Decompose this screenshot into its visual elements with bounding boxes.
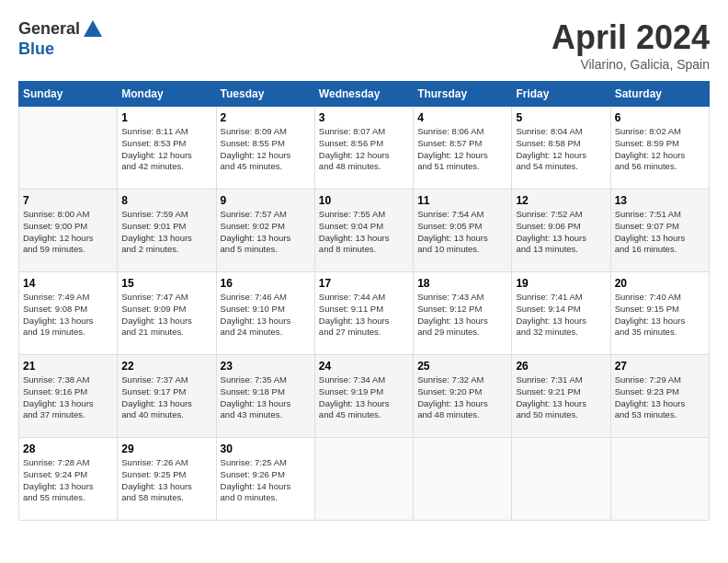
day-number: 26 (516, 360, 606, 373)
cell-info: Sunrise: 8:06 AM Sunset: 8:57 PM Dayligh… (417, 126, 507, 173)
cell-info: Sunrise: 7:59 AM Sunset: 9:01 PM Dayligh… (121, 209, 211, 256)
cell-info: Sunrise: 7:38 AM Sunset: 9:16 PM Dayligh… (23, 374, 113, 421)
week-row-3: 14Sunrise: 7:49 AM Sunset: 9:08 PM Dayli… (19, 272, 710, 355)
calendar-cell: 27Sunrise: 7:29 AM Sunset: 9:23 PM Dayli… (610, 355, 709, 438)
cell-info: Sunrise: 7:57 AM Sunset: 9:02 PM Dayligh… (221, 209, 311, 256)
day-number: 8 (121, 194, 211, 207)
calendar-cell: 14Sunrise: 7:49 AM Sunset: 9:08 PM Dayli… (19, 272, 118, 355)
week-row-5: 28Sunrise: 7:28 AM Sunset: 9:24 PM Dayli… (19, 438, 710, 521)
calendar-cell: 4Sunrise: 8:06 AM Sunset: 8:57 PM Daylig… (414, 107, 512, 190)
title-area: April 2024 Vilarino, Galicia, Spain (552, 18, 710, 72)
day-number: 25 (417, 360, 507, 373)
calendar-table: Sunday Monday Tuesday Wednesday Thursday… (18, 81, 710, 521)
cell-info: Sunrise: 7:31 AM Sunset: 9:21 PM Dayligh… (516, 374, 606, 421)
day-number: 10 (319, 194, 409, 207)
day-number: 7 (23, 194, 113, 207)
calendar-cell (512, 438, 610, 521)
cell-info: Sunrise: 7:41 AM Sunset: 9:14 PM Dayligh… (516, 292, 606, 339)
calendar-cell: 11Sunrise: 7:54 AM Sunset: 9:05 PM Dayli… (414, 190, 512, 272)
cell-info: Sunrise: 7:26 AM Sunset: 9:25 PM Dayligh… (121, 457, 211, 504)
day-number: 16 (221, 277, 311, 290)
cell-info: Sunrise: 8:02 AM Sunset: 8:59 PM Dayligh… (615, 126, 705, 173)
col-wednesday: Wednesday (314, 82, 413, 107)
cell-info: Sunrise: 8:04 AM Sunset: 8:58 PM Dayligh… (516, 126, 606, 173)
cell-info: Sunrise: 7:32 AM Sunset: 9:20 PM Dayligh… (417, 374, 507, 421)
calendar-cell: 29Sunrise: 7:26 AM Sunset: 9:25 PM Dayli… (118, 438, 216, 521)
calendar-cell: 22Sunrise: 7:37 AM Sunset: 9:17 PM Dayli… (118, 355, 216, 438)
cell-info: Sunrise: 7:40 AM Sunset: 9:15 PM Dayligh… (615, 292, 705, 339)
calendar-cell: 10Sunrise: 7:55 AM Sunset: 9:04 PM Dayli… (314, 190, 413, 272)
day-number: 28 (23, 442, 113, 455)
calendar-cell: 13Sunrise: 7:51 AM Sunset: 9:07 PM Dayli… (610, 190, 709, 272)
cell-info: Sunrise: 7:28 AM Sunset: 9:24 PM Dayligh… (23, 457, 113, 504)
calendar-cell: 5Sunrise: 8:04 AM Sunset: 8:58 PM Daylig… (512, 107, 610, 190)
day-number: 6 (615, 111, 705, 124)
svg-marker-0 (84, 20, 102, 37)
calendar-cell: 24Sunrise: 7:34 AM Sunset: 9:19 PM Dayli… (314, 355, 413, 438)
cell-info: Sunrise: 8:11 AM Sunset: 8:53 PM Dayligh… (121, 126, 211, 173)
calendar-cell: 12Sunrise: 7:52 AM Sunset: 9:06 PM Dayli… (512, 190, 610, 272)
calendar-cell: 6Sunrise: 8:02 AM Sunset: 8:59 PM Daylig… (610, 107, 709, 190)
calendar-cell: 28Sunrise: 7:28 AM Sunset: 9:24 PM Dayli… (19, 438, 118, 521)
logo-general-text: General (18, 20, 80, 39)
day-number: 1 (121, 111, 211, 124)
day-number: 15 (121, 277, 211, 290)
calendar-cell: 23Sunrise: 7:35 AM Sunset: 9:18 PM Dayli… (216, 355, 314, 438)
calendar-cell: 7Sunrise: 8:00 AM Sunset: 9:00 PM Daylig… (19, 190, 118, 272)
calendar-cell: 19Sunrise: 7:41 AM Sunset: 9:14 PM Dayli… (512, 272, 610, 355)
col-saturday: Saturday (610, 82, 709, 107)
day-number: 4 (417, 111, 507, 124)
day-number: 13 (615, 194, 705, 207)
col-friday: Friday (512, 82, 610, 107)
header-row: Sunday Monday Tuesday Wednesday Thursday… (19, 82, 710, 107)
cell-info: Sunrise: 7:55 AM Sunset: 9:04 PM Dayligh… (319, 209, 409, 256)
day-number: 30 (221, 442, 311, 455)
calendar-cell (610, 438, 709, 521)
day-number: 22 (121, 360, 211, 373)
calendar-cell: 26Sunrise: 7:31 AM Sunset: 9:21 PM Dayli… (512, 355, 610, 438)
cell-info: Sunrise: 7:46 AM Sunset: 9:10 PM Dayligh… (221, 292, 311, 339)
calendar-cell: 21Sunrise: 7:38 AM Sunset: 9:16 PM Dayli… (19, 355, 118, 438)
day-number: 3 (319, 111, 409, 124)
day-number: 23 (221, 360, 311, 373)
cell-info: Sunrise: 8:00 AM Sunset: 9:00 PM Dayligh… (23, 209, 113, 256)
location: Vilarino, Galicia, Spain (552, 57, 710, 72)
day-number: 14 (23, 277, 113, 290)
calendar-cell (19, 107, 118, 190)
day-number: 24 (319, 360, 409, 373)
calendar-cell (314, 438, 413, 521)
cell-info: Sunrise: 7:35 AM Sunset: 9:18 PM Dayligh… (221, 374, 311, 421)
calendar-cell: 16Sunrise: 7:46 AM Sunset: 9:10 PM Dayli… (216, 272, 314, 355)
calendar-cell: 30Sunrise: 7:25 AM Sunset: 9:26 PM Dayli… (216, 438, 314, 521)
col-monday: Monday (118, 82, 216, 107)
calendar-cell: 17Sunrise: 7:44 AM Sunset: 9:11 PM Dayli… (314, 272, 413, 355)
calendar-cell: 18Sunrise: 7:43 AM Sunset: 9:12 PM Dayli… (414, 272, 512, 355)
cell-info: Sunrise: 7:54 AM Sunset: 9:05 PM Dayligh… (417, 209, 507, 256)
col-thursday: Thursday (414, 82, 512, 107)
day-number: 18 (417, 277, 507, 290)
cell-info: Sunrise: 7:51 AM Sunset: 9:07 PM Dayligh… (615, 209, 705, 256)
cell-info: Sunrise: 7:34 AM Sunset: 9:19 PM Dayligh… (319, 374, 409, 421)
day-number: 2 (221, 111, 311, 124)
cell-info: Sunrise: 7:44 AM Sunset: 9:11 PM Dayligh… (319, 292, 409, 339)
cell-info: Sunrise: 8:09 AM Sunset: 8:55 PM Dayligh… (221, 126, 311, 173)
calendar-cell: 8Sunrise: 7:59 AM Sunset: 9:01 PM Daylig… (118, 190, 216, 272)
day-number: 12 (516, 194, 606, 207)
logo: General Blue (18, 18, 104, 59)
cell-info: Sunrise: 7:49 AM Sunset: 9:08 PM Dayligh… (23, 292, 113, 339)
week-row-2: 7Sunrise: 8:00 AM Sunset: 9:00 PM Daylig… (19, 190, 710, 272)
calendar-cell: 15Sunrise: 7:47 AM Sunset: 9:09 PM Dayli… (118, 272, 216, 355)
calendar-cell: 9Sunrise: 7:57 AM Sunset: 9:02 PM Daylig… (216, 190, 314, 272)
day-number: 9 (221, 194, 311, 207)
calendar-cell: 20Sunrise: 7:40 AM Sunset: 9:15 PM Dayli… (610, 272, 709, 355)
calendar-header: Sunday Monday Tuesday Wednesday Thursday… (19, 82, 710, 107)
logo-blue-text: Blue (18, 40, 104, 59)
logo-icon (82, 18, 104, 40)
col-sunday: Sunday (19, 82, 118, 107)
day-number: 20 (615, 277, 705, 290)
day-number: 27 (615, 360, 705, 373)
day-number: 11 (417, 194, 507, 207)
col-tuesday: Tuesday (216, 82, 314, 107)
day-number: 21 (23, 360, 113, 373)
cell-info: Sunrise: 7:25 AM Sunset: 9:26 PM Dayligh… (221, 457, 311, 504)
